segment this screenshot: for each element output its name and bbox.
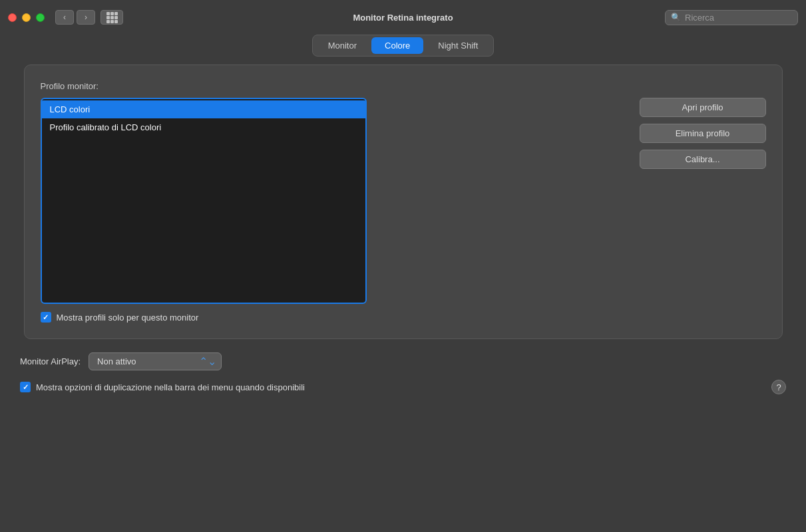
grid-icon xyxy=(106,12,118,23)
duplicate-options-checkbox[interactable]: ✓ xyxy=(20,382,31,392)
airplay-select[interactable]: Non attivo xyxy=(89,352,222,370)
back-icon: ‹ xyxy=(63,13,66,22)
profile-buttons: Apri profilo Elimina profilo Calibra... xyxy=(640,98,766,169)
show-profiles-checkbox[interactable]: ✓ xyxy=(41,312,51,323)
elimina-profilo-button[interactable]: Elimina profilo xyxy=(640,124,766,143)
traffic-lights xyxy=(8,13,45,22)
show-profiles-checkbox-row: ✓ Mostra profili solo per questo monitor xyxy=(41,312,367,323)
show-profiles-label: Mostra profili solo per questo monitor xyxy=(57,313,199,323)
profile-list[interactable]: LCD colori Profilo calibrato di LCD colo… xyxy=(41,98,367,304)
back-button[interactable]: ‹ xyxy=(55,10,74,25)
search-bar[interactable]: 🔍 xyxy=(665,10,798,25)
help-button[interactable]: ? xyxy=(771,380,786,394)
forward-button[interactable]: › xyxy=(77,10,95,25)
airplay-label: Monitor AirPlay: xyxy=(20,356,81,366)
bottom-checkbox-row: ✓ Mostra opzioni di duplicazione nella b… xyxy=(20,382,305,392)
tab-night-shift[interactable]: Night Shift xyxy=(425,37,491,54)
minimize-button[interactable] xyxy=(22,13,31,22)
duplicate-options-label: Mostra opzioni di duplicazione nella bar… xyxy=(36,382,305,392)
checkmark-icon: ✓ xyxy=(23,383,29,392)
calibra-button[interactable]: Calibra... xyxy=(640,150,766,169)
main-content: Monitor Colore Night Shift Profilo monit… xyxy=(0,35,806,339)
checkmark-icon: ✓ xyxy=(43,313,49,322)
tab-monitor[interactable]: Monitor xyxy=(315,37,370,54)
window-title: Monitor Retina integrato xyxy=(353,13,453,23)
search-input[interactable] xyxy=(685,13,792,23)
profile-area: LCD colori Profilo calibrato di LCD colo… xyxy=(41,98,766,323)
bottom-row-wrapper: ✓ Mostra opzioni di duplicazione nella b… xyxy=(20,380,786,394)
search-icon: 🔍 xyxy=(671,13,681,22)
app-grid-button[interactable] xyxy=(101,10,123,25)
close-button[interactable] xyxy=(8,13,17,22)
titlebar: ‹ › Monitor Retina integrato 🔍 xyxy=(0,0,806,35)
list-item[interactable]: Profilo calibrato di LCD colori xyxy=(42,118,365,136)
list-item[interactable]: LCD colori xyxy=(42,100,365,118)
airplay-select-container: Non attivo ⌃⌄ xyxy=(89,352,222,370)
forward-icon: › xyxy=(85,13,87,22)
nav-buttons: ‹ › xyxy=(55,10,95,25)
bottom-area: Monitor AirPlay: Non attivo ⌃⌄ ✓ Mostra … xyxy=(0,339,806,405)
apri-profilo-button[interactable]: Apri profilo xyxy=(640,98,766,117)
tab-bar: Monitor Colore Night Shift xyxy=(312,35,495,57)
content-panel: Profilo monitor: LCD colori Profilo cali… xyxy=(24,65,783,339)
profile-list-container: LCD colori Profilo calibrato di LCD colo… xyxy=(41,98,367,323)
tab-colore[interactable]: Colore xyxy=(371,37,423,54)
airplay-row: Monitor AirPlay: Non attivo ⌃⌄ xyxy=(20,352,786,370)
profile-section-label: Profilo monitor: xyxy=(41,81,766,91)
help-icon: ? xyxy=(776,382,781,392)
maximize-button[interactable] xyxy=(36,13,45,22)
